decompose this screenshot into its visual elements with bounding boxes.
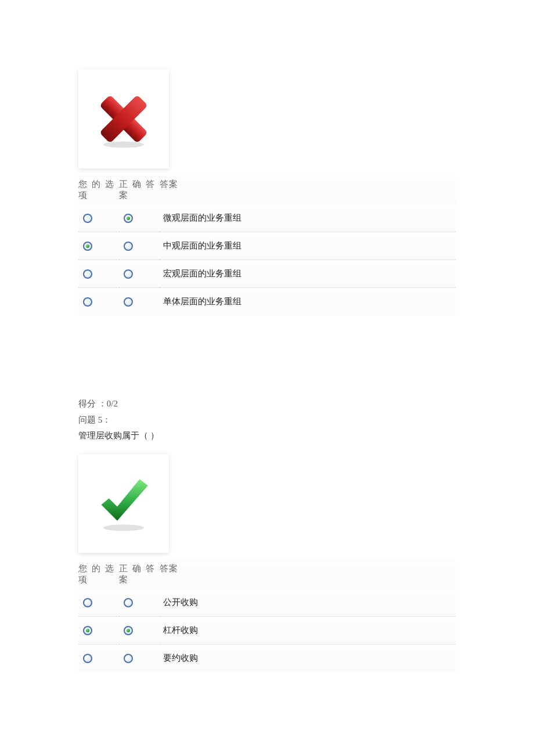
answer-option-text: 公开收购	[160, 589, 456, 617]
header-your-choice: 您 的 选 项	[78, 560, 119, 589]
svg-point-2	[103, 142, 144, 148]
score-line: 得分 ：0/2	[78, 397, 456, 412]
check-icon	[92, 471, 156, 535]
table-row: 杠杆收购	[78, 616, 456, 644]
user-radio[interactable]	[83, 654, 92, 663]
header-your-choice-top: 您 的 选	[78, 179, 115, 189]
answer-table-1: 您 的 选 项 正 确 答 案 答案 微观层面的业务重组 中观层面的业务重组	[78, 175, 456, 315]
answer-option-text: 杠杆收购	[160, 616, 456, 644]
header-correct-top: 正 确 答	[119, 564, 156, 573]
svg-point-3	[103, 524, 144, 531]
table-row: 中观层面的业务重组	[78, 232, 456, 260]
header-correct-top: 正 确 答	[119, 179, 156, 189]
correct-radio	[124, 654, 133, 663]
prompt-label: 问题 5：	[78, 413, 456, 428]
correct-radio	[124, 626, 133, 635]
table-row: 要约收购	[78, 644, 456, 672]
question-block-2: 得分 ：0/2 问题 5： 管理层收购属于（ ） 您 的 选 项	[78, 397, 456, 672]
answer-option-text: 中观层面的业务重组	[160, 232, 456, 260]
user-radio[interactable]	[83, 214, 92, 223]
score-label: 得分 ：	[78, 399, 107, 408]
question-text: 管理层收购属于（ ）	[78, 429, 456, 444]
answer-option-text: 单体层面的业务重组	[160, 288, 456, 316]
table-row: 宏观层面的业务重组	[78, 260, 456, 288]
cross-icon	[92, 87, 156, 151]
header-correct-sub: 案	[119, 190, 129, 200]
result-icon-correct	[78, 454, 169, 553]
answer-option-text: 宏观层面的业务重组	[160, 260, 456, 288]
user-radio[interactable]	[83, 269, 92, 279]
header-answer-text: 答案	[160, 560, 456, 589]
result-icon-wrong	[78, 70, 169, 168]
correct-radio	[124, 242, 133, 251]
header-answer-text: 答案	[160, 175, 456, 204]
correct-radio	[124, 297, 133, 307]
answer-option-text: 要约收购	[160, 644, 456, 672]
score-value: 0/2	[107, 399, 118, 408]
user-radio[interactable]	[83, 242, 92, 251]
header-your-choice-top: 您 的 选	[78, 564, 115, 573]
header-your-choice: 您 的 选 项	[78, 175, 119, 204]
correct-radio	[124, 269, 133, 279]
header-correct-answer: 正 确 答 案	[119, 175, 160, 204]
table-row: 微观层面的业务重组	[78, 204, 456, 232]
header-correct-answer: 正 确 答 案	[119, 560, 160, 589]
correct-radio	[124, 214, 133, 223]
answer-table-2: 您 的 选 项 正 确 答 案 答案 公开收购 杠杆收购	[78, 560, 456, 672]
correct-radio	[124, 598, 133, 607]
user-radio[interactable]	[83, 297, 92, 307]
header-your-choice-sub: 项	[78, 190, 88, 200]
answer-rows-1: 微观层面的业务重组 中观层面的业务重组 宏观层面的业务重组 单体层面的业务重组	[78, 204, 456, 315]
header-your-choice-sub: 项	[78, 575, 88, 584]
user-radio[interactable]	[83, 626, 92, 635]
table-row: 单体层面的业务重组	[78, 288, 456, 316]
answer-option-text: 微观层面的业务重组	[160, 204, 456, 232]
answer-rows-2: 公开收购 杠杆收购 要约收购	[78, 589, 456, 672]
user-radio[interactable]	[83, 598, 92, 607]
question-block-1: 您 的 选 项 正 确 答 案 答案 微观层面的业务重组 中观层面的业务重组	[78, 70, 456, 315]
table-row: 公开收购	[78, 589, 456, 617]
header-correct-sub: 案	[119, 575, 129, 584]
